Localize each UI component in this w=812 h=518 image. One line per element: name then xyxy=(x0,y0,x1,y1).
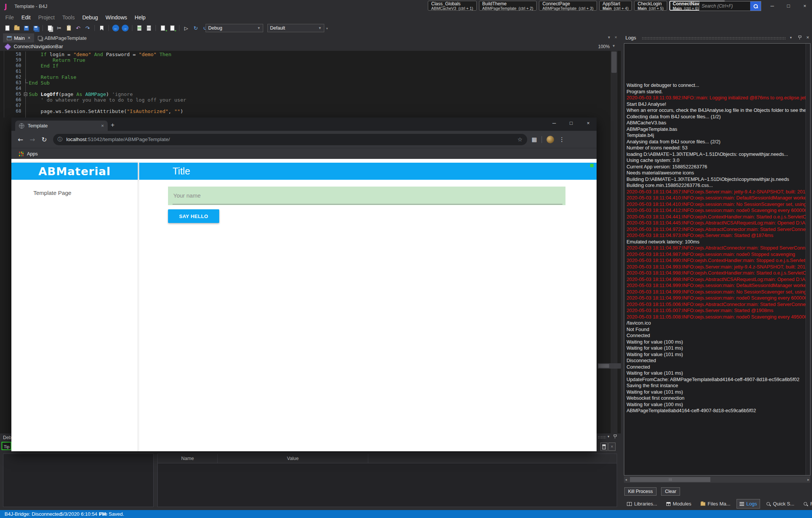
pin-icon[interactable] xyxy=(614,435,617,436)
immediate-window-button[interactable] xyxy=(600,443,608,451)
log-output-box[interactable]: Waiting for debugger to connect...Progra… xyxy=(624,43,810,476)
tab-close-icon[interactable]: × xyxy=(101,123,104,129)
maximize-button[interactable]: □ xyxy=(782,2,795,11)
pane-tab-quicks[interactable]: Quick S... xyxy=(763,499,797,509)
code-line[interactable]: 59 Return True xyxy=(0,57,621,63)
undo-icon[interactable]: ↶ xyxy=(75,25,82,31)
module-button-checklogin[interactable]: CheckLoginMain (ctrl + 5) xyxy=(634,1,667,11)
bookmark-star-icon[interactable]: ☆ xyxy=(517,136,522,143)
tip-of-day-fragment[interactable]: Tip xyxy=(2,442,11,450)
code-line[interactable]: 63End Sub xyxy=(0,80,621,86)
editor-tab-abmpagetemplate[interactable]: ABMPageTemplate xyxy=(34,33,90,42)
code-line[interactable]: 64 xyxy=(0,86,621,91)
scrollbar-thumb[interactable] xyxy=(611,52,617,73)
profile-avatar[interactable] xyxy=(547,136,554,143)
run-icon[interactable]: ▷ xyxy=(183,25,190,31)
scrollbar-thumb[interactable] xyxy=(598,364,609,368)
pane-tab-libraries[interactable]: Libraries... xyxy=(624,499,660,509)
debug-mode-dropdown[interactable]: Debug▼ xyxy=(206,24,263,32)
clear-debug-button[interactable]: × xyxy=(608,443,616,451)
pane-tab-filesma[interactable]: Files Ma... xyxy=(697,499,733,509)
open-file-icon[interactable] xyxy=(13,25,20,31)
sidebar-item-template-page[interactable]: Template Page xyxy=(33,190,71,196)
code-line[interactable]: 65Sub LogOff(page As ABMPage) 'ignore xyxy=(0,91,621,97)
code-line[interactable]: 58 If login = "demo" And Password = "dem… xyxy=(0,52,621,57)
scroll-left-icon[interactable]: ◂ xyxy=(625,477,627,482)
bookmark-icon[interactable] xyxy=(98,25,105,31)
menu-help[interactable]: Help xyxy=(131,14,149,20)
name-input[interactable] xyxy=(173,187,562,204)
browser-close-button[interactable]: × xyxy=(581,118,596,128)
redo-icon[interactable]: ↷ xyxy=(84,25,91,31)
code-line[interactable]: 60 End If xyxy=(0,63,621,69)
paste-icon[interactable] xyxy=(65,25,72,31)
menu-file[interactable]: File xyxy=(2,14,18,20)
navigate-back-icon[interactable]: ← xyxy=(112,25,119,31)
save-all-icon[interactable] xyxy=(32,25,39,31)
next-sub-icon[interactable]: ▸ xyxy=(169,25,176,31)
browser-menu-icon[interactable]: ⋮ xyxy=(559,136,565,143)
browser-maximize-button[interactable]: □ xyxy=(564,118,579,128)
panel-menu-icon[interactable]: ▾ xyxy=(790,36,792,39)
code-line[interactable]: 67 xyxy=(0,103,621,108)
previous-sub-icon[interactable]: ◂ xyxy=(159,25,166,31)
menu-project[interactable]: Project xyxy=(35,14,59,20)
search-input[interactable] xyxy=(699,2,750,11)
current-sub-dropdown[interactable]: ConnectNavigationBar xyxy=(14,44,63,49)
pin-icon[interactable] xyxy=(798,36,801,38)
comment-icon[interactable] xyxy=(136,25,143,31)
navigate-forward-icon[interactable]: → xyxy=(122,25,129,31)
code-line[interactable]: 62 Return False xyxy=(0,74,621,80)
scrollbar-thumb[interactable] xyxy=(630,477,710,482)
back-icon[interactable]: ← xyxy=(18,136,23,143)
module-button-connectpage[interactable]: ConnectPageABMPageTemplate (ctrl + 3) xyxy=(539,1,597,11)
watch-column-name[interactable]: Name xyxy=(158,454,218,463)
search-button[interactable] xyxy=(750,2,761,11)
menu-debug[interactable]: Debug xyxy=(79,14,102,20)
say-hello-button[interactable]: SAY HELLO xyxy=(168,209,219,223)
log-vertical-scrollbar[interactable] xyxy=(806,44,810,475)
editor-tab-main[interactable]: Main× xyxy=(3,33,34,42)
apps-grid-icon[interactable] xyxy=(19,152,24,156)
log-horizontal-scrollbar[interactable]: ◂ ▸ xyxy=(624,476,810,483)
close-icon[interactable]: × xyxy=(806,35,809,40)
address-bar[interactable]: ⓘ localhost:51042/template/ABMPageTempla… xyxy=(53,134,527,145)
toolbar-overflow-icon[interactable]: ▾ xyxy=(326,27,328,30)
build-configuration-dropdown[interactable]: Default▼ xyxy=(267,24,324,32)
menu-edit[interactable]: Edit xyxy=(18,14,35,20)
tab-close-icon[interactable]: × xyxy=(28,35,30,41)
menu-windows[interactable]: Windows xyxy=(102,14,131,20)
code-line[interactable]: 68 page.ws.Session.SetAttribute("IsAutho… xyxy=(0,108,621,114)
pane-tab-logs[interactable]: Logs xyxy=(737,499,760,509)
pane-tab-findallr[interactable]: Find All R... xyxy=(800,499,812,509)
watch-column-value[interactable]: Value xyxy=(218,454,368,463)
save-icon[interactable] xyxy=(23,25,30,31)
resume-icon[interactable]: ↻ xyxy=(192,25,199,31)
uncomment-icon[interactable] xyxy=(145,25,152,31)
cut-icon[interactable]: ✂ xyxy=(56,25,63,31)
editor-zoom-dropdown[interactable]: 100%▼ xyxy=(598,44,616,49)
code-line[interactable]: 61 xyxy=(0,69,621,74)
close-button[interactable]: × xyxy=(798,2,811,11)
reload-icon[interactable]: ↻ xyxy=(42,136,47,143)
browser-minimize-button[interactable]: ─ xyxy=(547,118,562,128)
url-text[interactable]: localhost:51042/template/ABMPageTemplate… xyxy=(66,137,514,142)
code-line[interactable]: 66 ' do whatever you have to do to log o… xyxy=(0,97,621,103)
copy-icon[interactable] xyxy=(46,25,53,31)
editor-horizontal-scrollbar[interactable] xyxy=(598,363,621,369)
pane-tab-modules[interactable]: Modules xyxy=(663,499,694,509)
module-button-appstart[interactable]: AppStartMain (ctrl + 4) xyxy=(599,1,632,11)
browser-tab-template[interactable]: Template × xyxy=(15,121,108,131)
fold-collapse-icon[interactable] xyxy=(24,93,27,96)
minimize-button[interactable]: ─ xyxy=(766,2,779,11)
editor-vertical-scrollbar[interactable] xyxy=(611,51,617,433)
tab-list-icon[interactable]: ▾ xyxy=(608,35,610,40)
scroll-right-icon[interactable]: ▸ xyxy=(807,477,809,482)
panel-menu-icon[interactable]: ▾ xyxy=(608,435,609,438)
site-info-icon[interactable]: ⓘ xyxy=(58,136,63,143)
close-tab-icon[interactable]: × xyxy=(615,35,617,40)
module-button-class_globals[interactable]: Class_GlobalsABMCacheV3 (ctrl + 1) xyxy=(428,1,477,11)
apps-bookmark[interactable]: Apps xyxy=(27,151,38,157)
new-tab-button[interactable]: + xyxy=(111,121,115,129)
module-button-buildtheme[interactable]: BuildThemeABMPageTemplate (ctrl + 2) xyxy=(479,1,537,11)
